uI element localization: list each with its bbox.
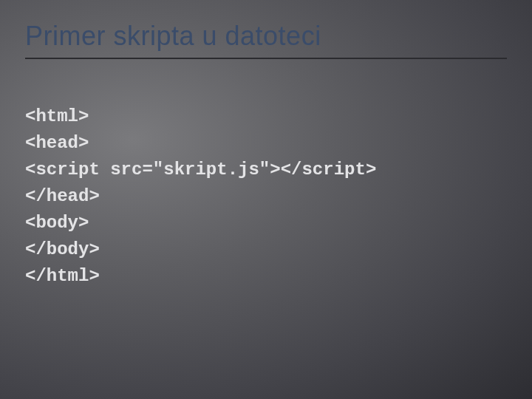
code-line: </html> [25, 266, 100, 286]
title-underline [25, 58, 507, 59]
code-line: <script src="skript.js"></script> [25, 160, 376, 180]
code-block: <html> <head> <script src="skript.js"></… [25, 77, 507, 290]
code-line: <html> [25, 106, 89, 126]
code-line: </head> [25, 186, 100, 206]
slide-title: Primer skripta u datoteci [25, 21, 507, 52]
code-line: </body> [25, 239, 100, 259]
code-line: <body> [25, 213, 89, 233]
code-line: <head> [25, 133, 89, 153]
